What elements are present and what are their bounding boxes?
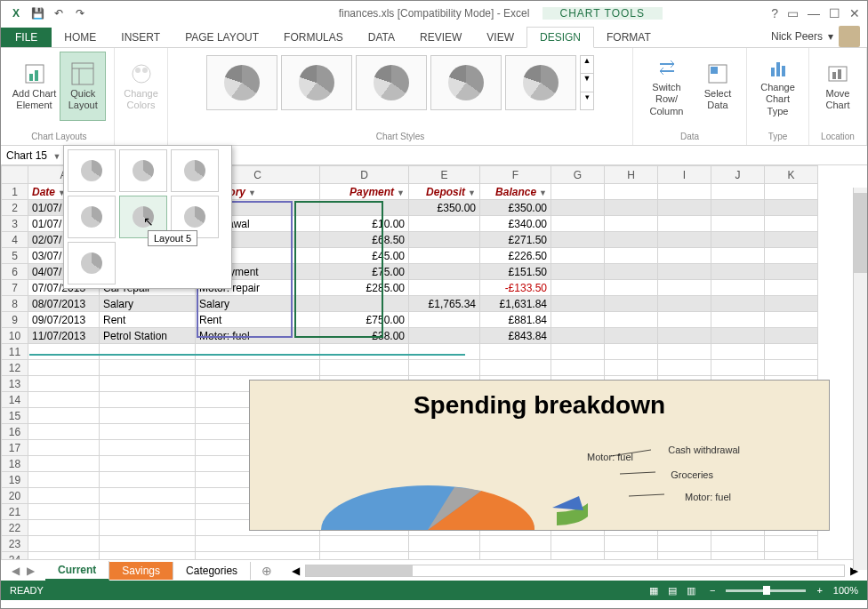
cell[interactable] bbox=[409, 344, 480, 360]
vertical-scrollbar-thumb[interactable] bbox=[854, 193, 867, 273]
cell[interactable] bbox=[605, 312, 658, 328]
user-account[interactable]: Nick Peers ▾ bbox=[771, 26, 860, 47]
tab-formulas[interactable]: FORMULAS bbox=[271, 28, 356, 47]
hscroll-thumb[interactable] bbox=[306, 565, 413, 576]
cell[interactable] bbox=[765, 296, 818, 312]
cell[interactable] bbox=[100, 424, 196, 440]
cell[interactable] bbox=[765, 552, 818, 560]
tab-page-layout[interactable]: PAGE LAYOUT bbox=[173, 28, 271, 47]
cell[interactable] bbox=[658, 552, 711, 560]
cell[interactable] bbox=[658, 264, 711, 280]
cell[interactable] bbox=[320, 360, 409, 376]
tab-format[interactable]: FORMAT bbox=[594, 28, 663, 47]
cell[interactable]: -£133.50 bbox=[480, 280, 551, 296]
cell[interactable] bbox=[551, 312, 605, 328]
tab-data[interactable]: DATA bbox=[356, 28, 407, 47]
tab-home[interactable]: HOME bbox=[52, 28, 108, 47]
cell[interactable] bbox=[658, 296, 711, 312]
cell[interactable] bbox=[28, 344, 100, 360]
cell[interactable] bbox=[409, 232, 480, 248]
cell[interactable]: Motor: fuel bbox=[196, 328, 320, 344]
cell[interactable]: £75.00 bbox=[320, 264, 409, 280]
cell[interactable] bbox=[28, 360, 100, 376]
view-normal-icon[interactable]: ▦ bbox=[646, 585, 662, 596]
cell[interactable] bbox=[100, 376, 196, 392]
row-header[interactable]: 10 bbox=[2, 328, 28, 344]
cell[interactable] bbox=[658, 360, 711, 376]
cell[interactable] bbox=[100, 552, 196, 560]
cell[interactable] bbox=[711, 264, 765, 280]
chart-style-1[interactable] bbox=[206, 55, 277, 110]
cell[interactable] bbox=[320, 296, 409, 312]
cell[interactable] bbox=[28, 392, 100, 408]
cell[interactable] bbox=[711, 296, 765, 312]
cell[interactable]: 08/07/2013 bbox=[28, 296, 100, 312]
cell[interactable]: Rent bbox=[196, 312, 320, 328]
cell[interactable]: £843.84 bbox=[480, 328, 551, 344]
row-header[interactable]: 5 bbox=[2, 248, 28, 264]
cell[interactable] bbox=[409, 216, 480, 232]
cell[interactable] bbox=[28, 456, 100, 472]
cell[interactable] bbox=[100, 392, 196, 408]
tab-review[interactable]: REVIEW bbox=[407, 28, 474, 47]
row-header[interactable]: 11 bbox=[2, 344, 28, 360]
embedded-chart[interactable]: Spending breakdown Motor: fuel Cash with… bbox=[249, 380, 830, 531]
cell[interactable] bbox=[551, 200, 605, 216]
cell[interactable]: Deposit▼ bbox=[409, 184, 480, 200]
sheet-tab-current[interactable]: Current bbox=[45, 561, 109, 581]
cell[interactable] bbox=[765, 216, 818, 232]
cell[interactable]: £45.00 bbox=[320, 248, 409, 264]
gallery-up-icon[interactable]: ▲ bbox=[581, 56, 593, 73]
move-chart-button[interactable]: Move Chart bbox=[815, 52, 861, 121]
cell[interactable] bbox=[658, 344, 711, 360]
cell[interactable] bbox=[711, 248, 765, 264]
cell[interactable]: £881.84 bbox=[480, 312, 551, 328]
cell[interactable] bbox=[196, 536, 320, 552]
cell[interactable]: 11/07/2013 bbox=[28, 328, 100, 344]
cell[interactable] bbox=[711, 184, 765, 200]
sheet-nav-arrows[interactable]: ◀▶ bbox=[1, 565, 45, 577]
cell[interactable]: £1,631.84 bbox=[480, 296, 551, 312]
cell[interactable] bbox=[551, 232, 605, 248]
cell[interactable] bbox=[711, 200, 765, 216]
cell[interactable] bbox=[605, 184, 658, 200]
cell[interactable] bbox=[711, 216, 765, 232]
row-header[interactable]: 19 bbox=[2, 472, 28, 488]
cell[interactable] bbox=[605, 360, 658, 376]
cell[interactable] bbox=[658, 184, 711, 200]
cell[interactable] bbox=[605, 216, 658, 232]
save-icon[interactable]: 💾 bbox=[29, 5, 45, 21]
row-header[interactable]: 6 bbox=[2, 264, 28, 280]
cell[interactable] bbox=[765, 280, 818, 296]
redo-icon[interactable]: ↷ bbox=[72, 5, 88, 21]
zoom-level[interactable]: 100% bbox=[833, 585, 858, 596]
cell[interactable] bbox=[551, 184, 605, 200]
cell[interactable] bbox=[409, 536, 480, 552]
cell[interactable] bbox=[605, 536, 658, 552]
row-header[interactable]: 3 bbox=[2, 216, 28, 232]
cell[interactable] bbox=[658, 248, 711, 264]
cell[interactable] bbox=[28, 504, 100, 520]
zoom-out-icon[interactable]: − bbox=[710, 585, 715, 596]
cell[interactable]: £38.00 bbox=[320, 328, 409, 344]
row-header[interactable]: 23 bbox=[2, 536, 28, 552]
cell[interactable]: Salary bbox=[100, 296, 196, 312]
chart-style-4[interactable] bbox=[430, 55, 502, 110]
cell[interactable]: Rent bbox=[100, 312, 196, 328]
cell[interactable]: Payment▼ bbox=[320, 184, 409, 200]
cell[interactable] bbox=[28, 376, 100, 392]
cell[interactable] bbox=[711, 360, 765, 376]
row-header[interactable]: 15 bbox=[2, 408, 28, 424]
cell[interactable] bbox=[605, 328, 658, 344]
cell[interactable] bbox=[765, 184, 818, 200]
col-header-J[interactable]: J bbox=[711, 166, 765, 184]
quick-layout-button[interactable]: Quick Layout bbox=[60, 52, 106, 121]
cell[interactable] bbox=[658, 200, 711, 216]
col-header-F[interactable]: F bbox=[480, 166, 551, 184]
col-header-K[interactable]: K bbox=[765, 166, 818, 184]
cell[interactable] bbox=[605, 264, 658, 280]
cell[interactable] bbox=[409, 280, 480, 296]
cell[interactable] bbox=[100, 472, 196, 488]
cell[interactable]: £350.00 bbox=[480, 200, 551, 216]
cell[interactable]: £68.50 bbox=[320, 232, 409, 248]
